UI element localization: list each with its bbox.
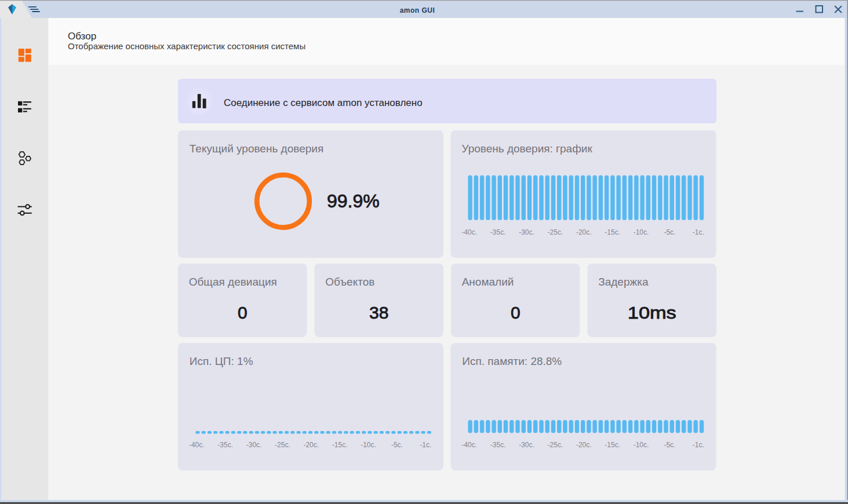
svg-text:-25с.: -25с. [548, 441, 563, 449]
svg-text:amon GUI: amon GUI [400, 6, 435, 14]
svg-text:-25с.: -25с. [548, 228, 563, 236]
svg-text:-10с.: -10с. [634, 441, 649, 449]
svg-text:Объектов: Объектов [325, 276, 374, 288]
svg-text:-1с.: -1с. [420, 441, 431, 449]
svg-text:-40с.: -40с. [461, 441, 477, 449]
svg-text:38: 38 [369, 303, 389, 322]
svg-text:-15с.: -15с. [605, 441, 620, 449]
svg-text:0: 0 [238, 303, 248, 322]
svg-text:-5с.: -5с. [664, 228, 675, 236]
svg-text:-10с.: -10с. [361, 441, 376, 449]
svg-text:Уровень доверия: график: Уровень доверия: график [462, 143, 593, 155]
svg-text:10ms: 10ms [628, 303, 676, 322]
svg-text:-5с.: -5с. [664, 441, 675, 449]
svg-text:Общая девиация: Общая девиация [189, 276, 277, 288]
svg-text:0: 0 [511, 303, 521, 322]
svg-text:-30с.: -30с. [519, 441, 534, 449]
svg-text:Аномалий: Аномалий [462, 276, 514, 288]
svg-text:Исп. ЦП: 1%: Исп. ЦП: 1% [190, 355, 253, 367]
svg-text:-35с.: -35с. [490, 441, 506, 449]
svg-text:-15с.: -15с. [605, 228, 620, 236]
svg-text:-30с.: -30с. [246, 441, 262, 449]
svg-text:-35с.: -35с. [217, 441, 233, 449]
svg-text:-40с.: -40с. [189, 441, 205, 449]
svg-text:-40с.: -40с. [461, 228, 477, 236]
svg-text:Текущий уровень доверия: Текущий уровень доверия [190, 143, 323, 155]
svg-text:-30с.: -30с. [519, 228, 534, 236]
svg-text:99.9%: 99.9% [327, 191, 380, 211]
svg-text:-1с.: -1с. [693, 441, 704, 449]
svg-text:Отображение основных характери: Отображение основных характеристик состо… [68, 41, 305, 51]
svg-text:-35с.: -35с. [490, 228, 506, 236]
svg-text:-20с.: -20с. [303, 441, 319, 449]
svg-text:Соединение с сервисом amon уст: Соединение с сервисом amon установлено [224, 97, 423, 108]
svg-text:-10с.: -10с. [634, 228, 649, 236]
svg-text:-20с.: -20с. [576, 441, 592, 449]
svg-text:-20с.: -20с. [576, 228, 592, 236]
svg-text:Задержка: Задержка [598, 276, 649, 288]
svg-text:-25с.: -25с. [275, 441, 290, 449]
svg-text:-1с.: -1с. [693, 228, 704, 236]
svg-text:Обзор: Обзор [68, 31, 96, 42]
svg-text:-5с.: -5с. [391, 441, 403, 449]
svg-text:Исп. памяти: 28.8%: Исп. памяти: 28.8% [462, 355, 562, 367]
svg-text:-15с.: -15с. [332, 441, 348, 449]
